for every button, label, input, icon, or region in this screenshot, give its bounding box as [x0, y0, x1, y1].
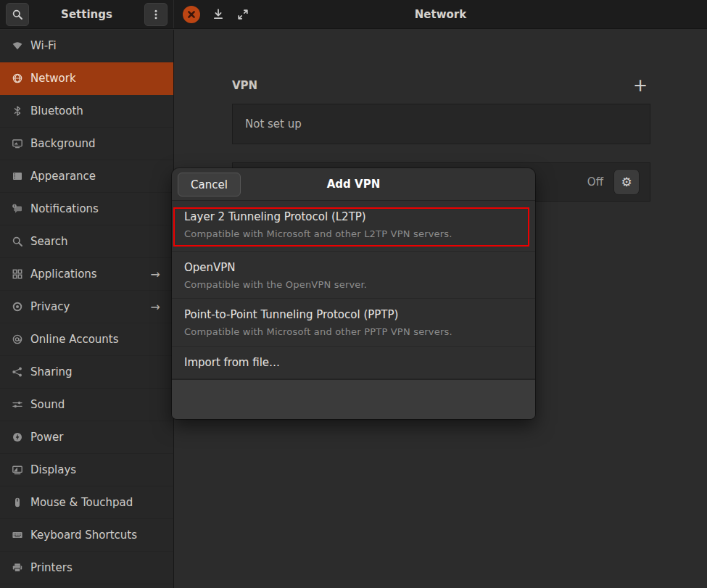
- settings-window: Settings Net: [0, 0, 707, 588]
- sidebar-item-label: Mouse & Touchpad: [30, 496, 165, 509]
- sidebar-item-privacy[interactable]: Privacy →: [0, 291, 173, 323]
- search-icon: [9, 236, 26, 247]
- download-icon: [212, 8, 225, 21]
- displays-icon: [9, 464, 26, 476]
- sidebar-item-label: Power: [30, 431, 165, 444]
- add-vpn-dialog: Cancel Add VPN Layer 2 Tunneling Protoco…: [172, 168, 535, 419]
- vpn-not-set-up-row[interactable]: Not set up: [232, 104, 650, 144]
- close-x-icon: [187, 10, 196, 19]
- sidebar-item-label: Online Accounts: [30, 333, 165, 346]
- sidebar-item-label: Printers: [30, 561, 165, 574]
- sidebar: Wi-Fi Network Bluetooth Background Appea…: [0, 30, 174, 588]
- sidebar-item-label: Privacy: [30, 300, 151, 313]
- vpn-type-l2tp-row[interactable]: Layer 2 Tunneling Protocol (L2TP) Compat…: [172, 201, 535, 252]
- sidebar-header: Settings: [0, 0, 174, 28]
- sidebar-item-label: Applications: [30, 268, 151, 281]
- vpn-type-openvpn-row[interactable]: OpenVPN Compatible with the OpenVPN serv…: [172, 252, 535, 299]
- sidebar-item-displays[interactable]: Displays: [0, 454, 173, 486]
- row-title: Point-to-Point Tunneling Protocol (PPTP): [184, 307, 523, 323]
- row-subtitle: Compatible with the OpenVPN server.: [184, 278, 523, 291]
- download-button[interactable]: [212, 8, 225, 21]
- bluetooth-icon: [9, 105, 26, 117]
- sidebar-item-label: Keyboard Shortcuts: [30, 529, 165, 542]
- sidebar-item-label: Sharing: [30, 365, 165, 378]
- add-vpn-button[interactable]: +: [630, 77, 650, 94]
- row-subtitle: Compatible with Microsoft and other PPTP…: [184, 326, 523, 339]
- app-title: Settings: [29, 8, 144, 21]
- vpn-status-label: Not set up: [245, 117, 302, 131]
- vpn-type-pptp-row[interactable]: Point-to-Point Tunneling Protocol (PPTP)…: [172, 299, 535, 347]
- row-title: Import from file…: [184, 355, 280, 370]
- sidebar-item-appearance[interactable]: Appearance: [0, 160, 173, 193]
- appearance-icon: [9, 170, 26, 182]
- sidebar-item-sound[interactable]: Sound: [0, 389, 173, 421]
- network-globe-icon: [9, 73, 26, 84]
- applications-icon: [9, 268, 26, 280]
- keyboard-icon: [9, 529, 26, 541]
- sidebar-item-keyboard-shortcuts[interactable]: Keyboard Shortcuts: [0, 519, 173, 552]
- proxy-status-label: Off: [587, 175, 603, 189]
- import-from-file-row[interactable]: Import from file…: [172, 347, 535, 379]
- dialog-title: Add VPN: [327, 178, 380, 191]
- pane-title: Network: [174, 8, 707, 21]
- sidebar-item-notifications[interactable]: Notifications: [0, 193, 173, 225]
- row-subtitle: Compatible with Microsoft and other L2TP…: [184, 228, 523, 241]
- arrow-right-icon: →: [151, 268, 165, 281]
- sharing-icon: [9, 366, 26, 378]
- search-button[interactable]: [6, 3, 29, 26]
- sound-icon: [9, 399, 26, 410]
- background-icon: [9, 138, 26, 149]
- sidebar-item-label: Appearance: [30, 170, 165, 183]
- sidebar-item-mouse-touchpad[interactable]: Mouse & Touchpad: [0, 486, 173, 519]
- printer-icon: [9, 562, 26, 573]
- power-icon: [9, 431, 26, 443]
- sidebar-item-label: Background: [30, 137, 165, 150]
- expand-arrows-icon: [236, 8, 249, 21]
- sidebar-item-search[interactable]: Search: [0, 225, 173, 258]
- expand-button[interactable]: [236, 8, 249, 21]
- pane-header: Network: [174, 0, 707, 28]
- online-accounts-icon: [9, 334, 26, 345]
- sidebar-item-printers[interactable]: Printers: [0, 552, 173, 584]
- sidebar-item-label: Notifications: [30, 202, 165, 215]
- dialog-header: Cancel Add VPN: [172, 168, 535, 201]
- sidebar-item-label: Sound: [30, 398, 165, 411]
- gear-icon: ⚙: [621, 175, 632, 189]
- row-title: OpenVPN: [184, 260, 523, 276]
- sidebar-item-applications[interactable]: Applications →: [0, 258, 173, 291]
- sidebar-item-network[interactable]: Network: [0, 62, 173, 95]
- sidebar-item-bluetooth[interactable]: Bluetooth: [0, 95, 173, 128]
- sidebar-item-label: Bluetooth: [30, 104, 165, 117]
- sidebar-item-online-accounts[interactable]: Online Accounts: [0, 323, 173, 356]
- sidebar-item-sharing[interactable]: Sharing: [0, 356, 173, 389]
- mouse-icon: [9, 497, 26, 508]
- sidebar-item-label: Wi-Fi: [30, 39, 165, 52]
- sidebar-item-power[interactable]: Power: [0, 421, 173, 454]
- row-title: Layer 2 Tunneling Protocol (L2TP): [184, 210, 523, 225]
- search-icon: [12, 9, 23, 20]
- sidebar-item-background[interactable]: Background: [0, 128, 173, 160]
- sidebar-item-label: Displays: [30, 463, 165, 476]
- header-bar: Settings Net: [0, 0, 707, 29]
- sidebar-item-label: Search: [30, 235, 165, 248]
- cancel-button[interactable]: Cancel: [178, 173, 241, 196]
- vpn-section-title: VPN: [232, 79, 257, 92]
- menu-button[interactable]: [144, 3, 168, 26]
- arrow-right-icon: →: [151, 300, 165, 314]
- close-marker-button[interactable]: [183, 6, 200, 23]
- dialog-footer: [172, 379, 535, 419]
- wifi-icon: [9, 40, 26, 51]
- kebab-menu-icon: [150, 9, 162, 20]
- proxy-settings-button[interactable]: ⚙: [613, 169, 640, 195]
- privacy-icon: [9, 301, 26, 312]
- sidebar-item-label: Network: [30, 72, 165, 85]
- sidebar-item-wifi[interactable]: Wi-Fi: [0, 30, 173, 62]
- notifications-icon: [9, 203, 26, 215]
